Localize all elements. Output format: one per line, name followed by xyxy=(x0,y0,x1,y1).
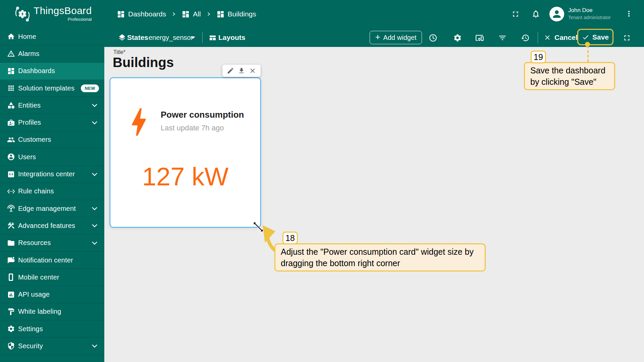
breadcrumb-dashboards[interactable]: Dashboards xyxy=(117,10,166,18)
sidebar-item-rule-chains[interactable]: Rule chains xyxy=(0,183,104,200)
widget-title: Power consumption xyxy=(161,110,244,120)
chat-notification-icon xyxy=(7,256,15,264)
layers-states-icon xyxy=(118,34,126,42)
lightning-bolt-icon xyxy=(130,108,147,136)
save-label: Save xyxy=(592,33,609,41)
dashboard-title[interactable]: Buildings xyxy=(113,55,174,70)
time-window-clock-icon[interactable] xyxy=(429,34,437,42)
sidebar-item-label: Settings xyxy=(18,325,43,333)
sidebar-item-profiles[interactable]: Profiles xyxy=(0,114,104,131)
breadcrumb-separator-icon xyxy=(171,12,176,16)
edit-pencil-icon[interactable] xyxy=(227,67,234,74)
warning-icon xyxy=(7,50,15,58)
sidebar-item-security[interactable]: Security xyxy=(0,338,104,355)
plus-icon: + xyxy=(375,32,380,42)
sidebar-item-label: Users xyxy=(18,153,36,161)
sidebar-item-advanced-features[interactable]: Advanced features xyxy=(0,217,104,234)
breadcrumb: Dashboards All Buildings xyxy=(117,0,256,28)
tutorial-callout-resize: Adjust the "Power consumption card" widg… xyxy=(274,243,486,272)
dashboard-icon xyxy=(117,10,125,18)
tutorial-step-badge: 18 xyxy=(282,232,298,244)
account-circle-icon xyxy=(7,153,15,161)
sidebar-item-label: Dashboards xyxy=(18,67,55,75)
sidebar-item-label: Solution templates xyxy=(18,84,74,92)
brand-text: ThingsBoard Professional xyxy=(34,5,92,22)
cancel-button[interactable]: Cancel xyxy=(544,28,578,47)
sidebar-item-label: Rule chains xyxy=(18,187,54,195)
user-info[interactable]: John Doe Tenant administrator xyxy=(568,7,611,20)
rule-chain-code-icon xyxy=(7,187,15,195)
sidebar-item-integrations-center[interactable]: Integrations center xyxy=(0,166,104,183)
sidebar-item-label: Advanced features xyxy=(18,222,75,230)
sidebar-item-white-labeling[interactable]: White labeling xyxy=(0,303,104,320)
sidebar-item-dashboards[interactable]: Dashboards xyxy=(0,63,104,80)
paint-roller-icon xyxy=(7,308,15,316)
thingsboard-logo-icon[interactable] xyxy=(14,5,31,23)
breadcrumb-separator-icon xyxy=(206,12,211,16)
power-consumption-widget[interactable]: Power consumption Last update 7h ago 127… xyxy=(110,77,261,228)
tutorial-step-number: 18 xyxy=(285,233,295,243)
version-history-icon[interactable] xyxy=(521,34,529,42)
new-badge: NEW xyxy=(81,84,99,92)
tutorial-step-badge: 19 xyxy=(531,51,546,63)
more-vert-kebab-icon[interactable] xyxy=(625,9,633,18)
sidebar-item-label: Integrations center xyxy=(18,170,75,178)
user-role: Tenant administrator xyxy=(568,15,611,20)
widget-value: 127 kW xyxy=(110,162,260,191)
breadcrumb-label: Dashboards xyxy=(128,10,166,18)
entity-aliases-devices-icon[interactable] xyxy=(475,34,483,42)
sidebar-item-api-usage[interactable]: API usage xyxy=(0,286,104,303)
states-button[interactable]: States xyxy=(127,28,148,47)
sidebar-item-solution-templates[interactable]: Solution templates NEW xyxy=(0,80,104,97)
notifications-bell-icon[interactable] xyxy=(531,9,540,18)
sidebar-nav: Home Alarms Dashboards Solution template… xyxy=(0,28,104,362)
sidebar-item-settings[interactable]: Settings xyxy=(0,320,104,338)
dashboard-settings-gear-icon[interactable] xyxy=(453,34,461,42)
breadcrumb-all[interactable]: All xyxy=(181,10,201,18)
sidebar-item-alarms[interactable]: Alarms xyxy=(0,45,104,62)
sidebar-item-edge-management[interactable]: Edge management xyxy=(0,200,104,217)
app-name: ThingsBoard xyxy=(34,5,92,16)
sidebar-item-label: White labeling xyxy=(18,308,61,315)
dashboard-icon xyxy=(216,10,225,18)
user-avatar[interactable] xyxy=(549,7,564,21)
sidebar-item-label: Mobile center xyxy=(18,274,59,281)
sidebar-item-label: Entities xyxy=(18,102,41,109)
user-name: John Doe xyxy=(568,7,611,14)
breadcrumb-buildings[interactable]: Buildings xyxy=(216,10,256,18)
widget-action-toolbar xyxy=(222,65,261,77)
sidebar-item-label: Alarms xyxy=(18,50,39,58)
chevron-down-icon xyxy=(91,342,98,350)
cancel-label: Cancel xyxy=(554,28,578,47)
gear-icon xyxy=(7,325,15,333)
sidebar-item-label: API usage xyxy=(18,291,50,298)
sidebar-item-notification-center[interactable]: Notification center xyxy=(0,252,104,269)
sidebar-item-customers[interactable]: Customers xyxy=(0,131,104,148)
tutorial-callout-text: Adjust the "Power consumption card" widg… xyxy=(281,247,474,268)
add-widget-button[interactable]: + Add widget xyxy=(370,31,422,44)
tutorial-callout-save: Save the dashboard by clicking "Save" xyxy=(524,62,615,90)
add-widget-label: Add widget xyxy=(383,34,417,42)
sidebar-item-resources[interactable]: Resources xyxy=(0,235,104,252)
sidebar-item-users[interactable]: Users xyxy=(0,148,104,166)
sidebar-item-mobile-center[interactable]: Mobile center xyxy=(0,269,104,286)
remove-widget-close-icon[interactable] xyxy=(249,67,256,74)
caret-down-icon[interactable] xyxy=(190,36,196,40)
close-icon xyxy=(544,34,551,41)
shield-icon xyxy=(7,342,15,350)
filter-list-icon[interactable] xyxy=(498,34,506,42)
layouts-button[interactable]: Layouts xyxy=(218,28,246,47)
sidebar-item-home[interactable]: Home xyxy=(0,28,104,45)
dashboard-edit-toolbar: States energy_sensor Layouts + Add widge… xyxy=(104,28,644,47)
state-select[interactable]: energy_sensor xyxy=(149,28,193,47)
download-export-icon[interactable] xyxy=(238,67,245,74)
dashboard-icon xyxy=(181,10,190,18)
sidebar-item-entities[interactable]: Entities xyxy=(0,97,104,114)
fullscreen-icon[interactable] xyxy=(511,10,520,18)
layouts-icon xyxy=(209,34,217,42)
tutorial-callout-text: Save the dashboard by clicking "Save" xyxy=(530,66,605,86)
save-button[interactable]: Save xyxy=(577,29,613,45)
fullscreen-icon[interactable] xyxy=(623,34,631,42)
chevron-down-icon xyxy=(91,222,98,229)
people-icon xyxy=(7,136,15,144)
